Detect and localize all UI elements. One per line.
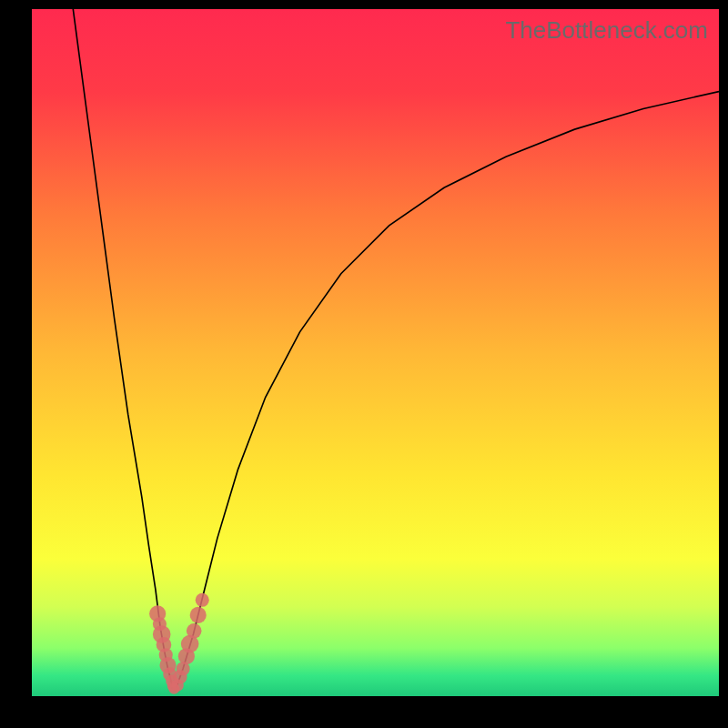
bottleneck-chart (32, 9, 719, 696)
data-marker (187, 623, 202, 639)
data-marker (190, 607, 207, 623)
background-gradient (32, 9, 719, 696)
watermark-text: TheBottleneck.com (505, 16, 708, 45)
chart-frame: TheBottleneck.com (32, 9, 719, 696)
data-marker (196, 593, 209, 607)
